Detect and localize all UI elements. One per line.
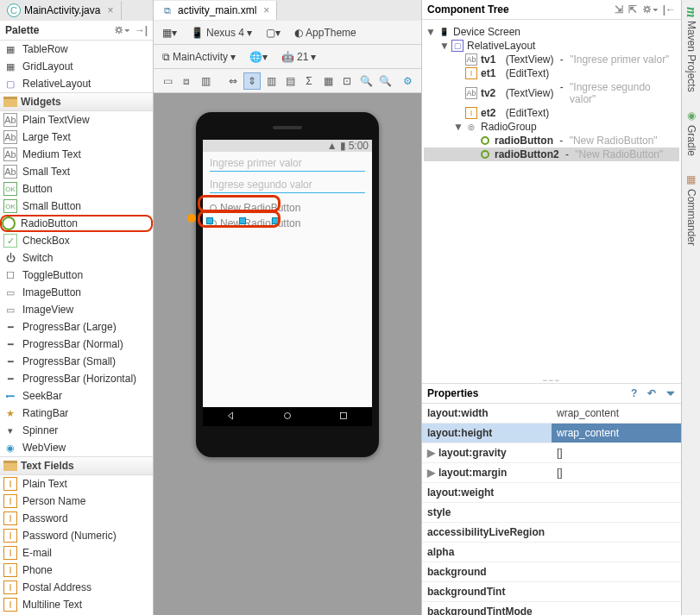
- commander-tab[interactable]: ▦Commander: [685, 173, 697, 246]
- hide-icon[interactable]: |←: [663, 3, 676, 16]
- filter-icon[interactable]: ⏷: [665, 387, 676, 399]
- distribute-icon[interactable]: ⇔: [224, 72, 242, 90]
- property-row[interactable]: ▶layout:margin[]: [422, 463, 681, 483]
- collapse-icon[interactable]: ⇱: [628, 3, 637, 16]
- expander-icon[interactable]: ▼: [453, 121, 462, 133]
- palette-hide-icon[interactable]: →|: [135, 24, 148, 36]
- property-row[interactable]: ▶layout:gravity[]: [422, 443, 681, 463]
- property-row[interactable]: backgroundTint: [422, 582, 681, 602]
- expander-icon[interactable]: ▶: [427, 447, 435, 459]
- palette-item[interactable]: ▦TableRow: [0, 41, 153, 58]
- tab-activity-main-xml[interactable]: ⧉ activity_main.xml ×: [154, 1, 277, 20]
- theme-selector[interactable]: ◐ AppTheme: [291, 24, 360, 41]
- view-mode-button[interactable]: ▦▾: [159, 24, 180, 41]
- render-settings-icon[interactable]: ⚙: [399, 72, 416, 90]
- settings-icon[interactable]: ⛭▾: [642, 3, 658, 16]
- radio-button-1[interactable]: New RadioButton: [210, 200, 365, 216]
- property-row[interactable]: style: [422, 503, 681, 523]
- palette-item[interactable]: •━SeekBar: [0, 387, 153, 405]
- align-icon[interactable]: ▥: [197, 72, 214, 90]
- palette-item[interactable]: OKButton: [0, 180, 153, 198]
- palette-item[interactable]: ━ProgressBar (Small): [0, 353, 153, 370]
- property-row[interactable]: alpha: [422, 543, 681, 562]
- align-icon[interactable]: ⧈: [178, 72, 195, 90]
- maven-projects-tab[interactable]: mMaven Projects: [684, 7, 699, 92]
- close-icon[interactable]: ×: [107, 4, 113, 16]
- expander-icon[interactable]: ▼: [439, 40, 448, 52]
- palette-item[interactable]: ⏻Switch: [0, 249, 153, 267]
- palette-item[interactable]: ▦GridLayout: [0, 58, 153, 75]
- palette-item[interactable]: AbLarge Text: [0, 129, 153, 146]
- palette-item[interactable]: ━ProgressBar (Large): [0, 318, 153, 336]
- orientation-button[interactable]: ▢▾: [262, 24, 284, 41]
- palette-item[interactable]: IPassword (Numeric): [0, 527, 153, 544]
- property-row[interactable]: background: [422, 562, 681, 582]
- palette-item[interactable]: IPassword: [0, 510, 153, 527]
- palette-item-radiobutton[interactable]: RadioButton: [0, 215, 153, 232]
- tree-row[interactable]: Iet2 (EditText): [424, 106, 679, 120]
- expander-icon[interactable]: ▶: [427, 467, 435, 479]
- expand-icon[interactable]: ⇲: [615, 3, 623, 16]
- palette-item[interactable]: ━ProgressBar (Normal): [0, 336, 153, 353]
- palette-item[interactable]: ▢RelativeLayout: [0, 75, 153, 92]
- palette-item[interactable]: IPostal Address: [0, 579, 153, 596]
- distribute-icon[interactable]: ▦: [319, 72, 337, 90]
- property-row[interactable]: layout:widthwrap_content: [422, 404, 681, 424]
- palette-item[interactable]: IE-mail: [0, 544, 153, 562]
- palette-item[interactable]: ◉WebView: [0, 439, 153, 456]
- palette-category-widgets[interactable]: Widgets: [0, 92, 153, 111]
- tree-row[interactable]: Iet1 (EditText): [424, 66, 679, 80]
- distribute-icon[interactable]: ▥: [262, 72, 280, 90]
- selection-handle[interactable]: [239, 217, 246, 224]
- palette-item[interactable]: ✓CheckBox: [0, 232, 153, 249]
- align-icon[interactable]: ▭: [159, 72, 176, 90]
- api-selector[interactable]: 🤖 21 ▾: [278, 48, 319, 66]
- tree-row[interactable]: ▼◎RadioGroup: [424, 120, 679, 134]
- palette-item[interactable]: ━ProgressBar (Horizontal): [0, 370, 153, 387]
- back-icon[interactable]: [226, 411, 236, 424]
- warning-marker[interactable]: [187, 214, 196, 223]
- zoom-fit-icon[interactable]: ⊡: [338, 72, 356, 90]
- tree-row[interactable]: radioButton - "New RadioButton": [424, 134, 679, 147]
- palette-category-textfields[interactable]: Text Fields: [0, 456, 153, 475]
- palette-item[interactable]: IPlain Text: [0, 475, 153, 493]
- gradle-tab[interactable]: ◉Gradle: [685, 110, 697, 156]
- palette-item[interactable]: AbPlain TextView: [0, 111, 153, 129]
- palette-settings-icon[interactable]: ⛭▾: [114, 24, 129, 36]
- properties-table[interactable]: layout:widthwrap_content layout:heightwr…: [422, 404, 681, 615]
- layout-content[interactable]: Ingrese primer valor Ingrese segundo val…: [203, 152, 372, 236]
- palette-item[interactable]: IMultiline Text: [0, 596, 153, 613]
- edittext-hint[interactable]: Ingrese segundo valor: [210, 179, 365, 191]
- tab-mainactivity-java[interactable]: C MainActivity.java ×: [0, 1, 122, 20]
- palette-item[interactable]: ▾Spinner: [0, 422, 153, 439]
- palette-item[interactable]: OKSmall Button: [0, 198, 153, 215]
- tree-row[interactable]: Abtv1 (TextView) - "Ingrese primer valor…: [424, 53, 679, 66]
- distribute-icon[interactable]: Σ: [300, 72, 318, 90]
- palette-item[interactable]: ▭ImageButton: [0, 284, 153, 301]
- palette-item[interactable]: ▭ImageView: [0, 301, 153, 318]
- property-row[interactable]: accessibilityLiveRegion: [422, 523, 681, 543]
- property-row-selected[interactable]: layout:heightwrap_content: [422, 424, 681, 443]
- palette-item[interactable]: AbSmall Text: [0, 163, 153, 180]
- device-screen[interactable]: ▲ ▮ 5:00 Ingrese primer valor Ingrese se…: [203, 140, 372, 426]
- property-row[interactable]: backgroundTintMode: [422, 602, 681, 615]
- zoom-in-icon[interactable]: 🔍: [357, 72, 375, 90]
- home-icon[interactable]: [282, 411, 293, 424]
- canvas[interactable]: ▲ ▮ 5:00 Ingrese primer valor Ingrese se…: [154, 93, 421, 615]
- palette-item[interactable]: IPerson Name: [0, 493, 153, 510]
- locale-button[interactable]: 🌐▾: [246, 48, 271, 66]
- selection-handle[interactable]: [206, 217, 213, 224]
- distribute-icon[interactable]: ▤: [281, 72, 299, 90]
- palette-item[interactable]: ★RatingBar: [0, 405, 153, 422]
- palette-list[interactable]: ▦TableRow ▦GridLayout ▢RelativeLayout Wi…: [0, 41, 153, 615]
- recent-icon[interactable]: [338, 411, 349, 424]
- palette-item[interactable]: IPhone: [0, 562, 153, 579]
- close-icon[interactable]: ×: [263, 4, 269, 16]
- help-icon[interactable]: ?: [631, 387, 637, 399]
- distribute-icon[interactable]: ⇕: [243, 72, 261, 90]
- zoom-out-icon[interactable]: 🔍: [376, 72, 394, 90]
- tree-row[interactable]: ▼▢RelativeLayout: [424, 39, 679, 53]
- component-tree[interactable]: ▼📱Device Screen ▼▢RelativeLayout Abtv1 (…: [422, 20, 681, 166]
- tree-row-selected[interactable]: radioButton2 - "New RadioButton": [424, 147, 679, 161]
- device-selector[interactable]: 📱 Nexus 4 ▾: [187, 24, 255, 41]
